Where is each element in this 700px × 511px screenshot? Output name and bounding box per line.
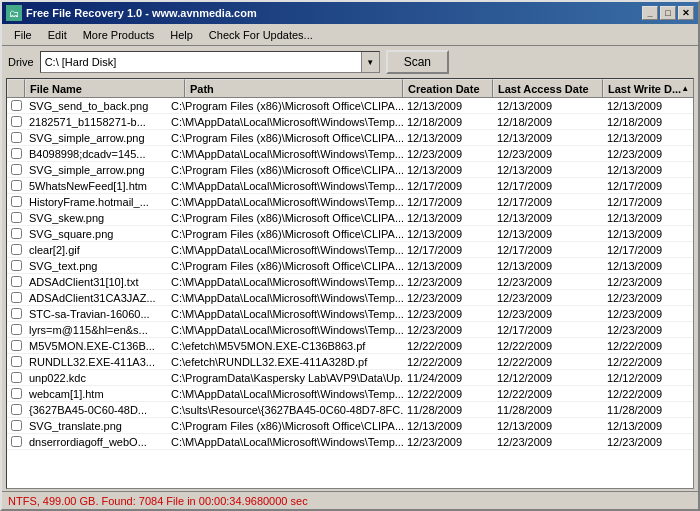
- row-path: C:\Program Files (x86)\Microsoft Office\…: [167, 162, 403, 178]
- table-row[interactable]: lyrs=m@115&hl=en&s...C:\M\AppData\Local\…: [7, 322, 693, 338]
- table-row[interactable]: HistoryFrame.hotmail_...C:\M\AppData\Loc…: [7, 194, 693, 210]
- row-checkbox[interactable]: [7, 402, 25, 418]
- row-filename: SVG_skew.png: [25, 210, 167, 226]
- drive-dropdown-arrow[interactable]: ▼: [361, 52, 379, 72]
- row-checkbox[interactable]: [7, 194, 25, 210]
- row-checkbox[interactable]: [7, 386, 25, 402]
- table-row[interactable]: SVG_skew.pngC:\Program Files (x86)\Micro…: [7, 210, 693, 226]
- row-checkbox[interactable]: [7, 274, 25, 290]
- row-checkbox[interactable]: [7, 178, 25, 194]
- drive-combobox[interactable]: C:\ [Hard Disk] ▼: [40, 51, 380, 73]
- row-checkbox[interactable]: [7, 130, 25, 146]
- row-creation: 12/13/2009: [403, 162, 493, 178]
- row-checkbox[interactable]: [7, 306, 25, 322]
- row-lastwrite: 12/23/2009: [603, 322, 693, 338]
- table-header: File Name Path Creation Date Last Access…: [7, 79, 693, 98]
- row-filename: 2182571_b1158271-b...: [25, 114, 167, 130]
- content-area: File Name Path Creation Date Last Access…: [2, 78, 698, 489]
- row-creation: 12/13/2009: [403, 258, 493, 274]
- table-row[interactable]: 2182571_b1158271-b...C:\M\AppData\Local\…: [7, 114, 693, 130]
- table-row[interactable]: 5WhatsNewFeed[1].htmC:\M\AppData\Local\M…: [7, 178, 693, 194]
- table-row[interactable]: M5V5MON.EXE-C136B...C:\efetch\M5V5MON.EX…: [7, 338, 693, 354]
- row-checkbox[interactable]: [7, 114, 25, 130]
- th-lastaccess[interactable]: Last Access Date: [493, 79, 603, 97]
- row-lastaccess: 12/17/2009: [493, 322, 603, 338]
- minimize-button[interactable]: _: [642, 6, 658, 20]
- table-row[interactable]: ADSAdClient31CA3JAZ...C:\M\AppData\Local…: [7, 290, 693, 306]
- row-checkbox[interactable]: [7, 338, 25, 354]
- row-checkbox[interactable]: [7, 434, 25, 450]
- row-checkbox[interactable]: [7, 354, 25, 370]
- th-lastwrite[interactable]: Last Write D...: [603, 79, 693, 97]
- row-lastaccess: 12/13/2009: [493, 162, 603, 178]
- row-lastwrite: 12/22/2009: [603, 338, 693, 354]
- table-row[interactable]: webcam[1].htmC:\M\AppData\Local\Microsof…: [7, 386, 693, 402]
- menu-edit[interactable]: Edit: [40, 27, 75, 43]
- row-checkbox[interactable]: [7, 258, 25, 274]
- row-path: C:\sults\Resource\{3627BA45-0C60-48D7-8F…: [167, 402, 403, 418]
- row-creation: 12/18/2009: [403, 114, 493, 130]
- row-lastwrite: 11/28/2009: [603, 402, 693, 418]
- table-row[interactable]: dnserrordiagoff_webO...C:\M\AppData\Loca…: [7, 434, 693, 450]
- table-row[interactable]: SVG_simple_arrow.pngC:\Program Files (x8…: [7, 130, 693, 146]
- row-path: C:\M\AppData\Local\Microsoft\Windows\Tem…: [167, 290, 403, 306]
- menu-more-products[interactable]: More Products: [75, 27, 163, 43]
- row-checkbox[interactable]: [7, 146, 25, 162]
- row-checkbox[interactable]: [7, 162, 25, 178]
- drive-label: Drive: [8, 56, 34, 68]
- table-row[interactable]: SVG_square.pngC:\Program Files (x86)\Mic…: [7, 226, 693, 242]
- row-lastaccess: 12/23/2009: [493, 146, 603, 162]
- row-checkbox[interactable]: [7, 290, 25, 306]
- row-checkbox[interactable]: [7, 98, 25, 114]
- row-filename: STC-sa-Travian-16060...: [25, 306, 167, 322]
- row-checkbox[interactable]: [7, 322, 25, 338]
- scan-button[interactable]: Scan: [386, 50, 449, 74]
- row-lastaccess: 12/22/2009: [493, 386, 603, 402]
- row-lastwrite: 12/22/2009: [603, 386, 693, 402]
- row-checkbox[interactable]: [7, 370, 25, 386]
- menu-check-updates[interactable]: Check For Updates...: [201, 27, 321, 43]
- th-path[interactable]: Path: [185, 79, 403, 97]
- row-path: C:\M\AppData\Local\Microsoft\Windows\Tem…: [167, 306, 403, 322]
- row-filename: RUNDLL32.EXE-411A3...: [25, 354, 167, 370]
- menu-file[interactable]: File: [6, 27, 40, 43]
- row-filename: unp022.kdc: [25, 370, 167, 386]
- th-checkbox: [7, 79, 25, 97]
- th-filename[interactable]: File Name: [25, 79, 185, 97]
- table-row[interactable]: {3627BA45-0C60-48D...C:\sults\Resource\{…: [7, 402, 693, 418]
- row-path: C:\M\AppData\Local\Microsoft\Windows\Tem…: [167, 194, 403, 210]
- table-row[interactable]: SVG_send_to_back.pngC:\Program Files (x8…: [7, 98, 693, 114]
- row-lastaccess: 12/13/2009: [493, 98, 603, 114]
- row-lastaccess: 12/23/2009: [493, 274, 603, 290]
- row-path: C:\efetch\RUNDLL32.EXE-411A328D.pf: [167, 354, 403, 370]
- table-row[interactable]: clear[2].gifC:\M\AppData\Local\Microsoft…: [7, 242, 693, 258]
- table-row[interactable]: SVG_translate.pngC:\Program Files (x86)\…: [7, 418, 693, 434]
- table-row[interactable]: B4098998;dcadv=145...C:\M\AppData\Local\…: [7, 146, 693, 162]
- row-creation: 12/22/2009: [403, 386, 493, 402]
- row-creation: 12/17/2009: [403, 242, 493, 258]
- row-checkbox[interactable]: [7, 226, 25, 242]
- table-row[interactable]: ADSAdClient31[10].txtC:\M\AppData\Local\…: [7, 274, 693, 290]
- row-checkbox[interactable]: [7, 418, 25, 434]
- row-filename: SVG_text.png: [25, 258, 167, 274]
- th-creation[interactable]: Creation Date: [403, 79, 493, 97]
- table-row[interactable]: unp022.kdcC:\ProgramData\Kaspersky Lab\A…: [7, 370, 693, 386]
- app-icon: 🗂: [6, 5, 22, 21]
- table-row[interactable]: STC-sa-Travian-16060...C:\M\AppData\Loca…: [7, 306, 693, 322]
- table-row[interactable]: RUNDLL32.EXE-411A3...C:\efetch\RUNDLL32.…: [7, 354, 693, 370]
- close-button[interactable]: ✕: [678, 6, 694, 20]
- row-filename: clear[2].gif: [25, 242, 167, 258]
- row-lastaccess: 12/22/2009: [493, 354, 603, 370]
- menu-help[interactable]: Help: [162, 27, 201, 43]
- menu-bar: File Edit More Products Help Check For U…: [2, 24, 698, 46]
- row-path: C:\Program Files (x86)\Microsoft Office\…: [167, 210, 403, 226]
- row-lastaccess: 12/23/2009: [493, 434, 603, 450]
- table-row[interactable]: SVG_text.pngC:\Program Files (x86)\Micro…: [7, 258, 693, 274]
- status-bar: NTFS, 499.00 GB. Found: 7084 File in 00:…: [2, 491, 698, 509]
- row-checkbox[interactable]: [7, 210, 25, 226]
- table-row[interactable]: SVG_simple_arrow.pngC:\Program Files (x8…: [7, 162, 693, 178]
- row-checkbox[interactable]: [7, 242, 25, 258]
- row-lastwrite: 12/23/2009: [603, 306, 693, 322]
- row-filename: SVG_translate.png: [25, 418, 167, 434]
- maximize-button[interactable]: □: [660, 6, 676, 20]
